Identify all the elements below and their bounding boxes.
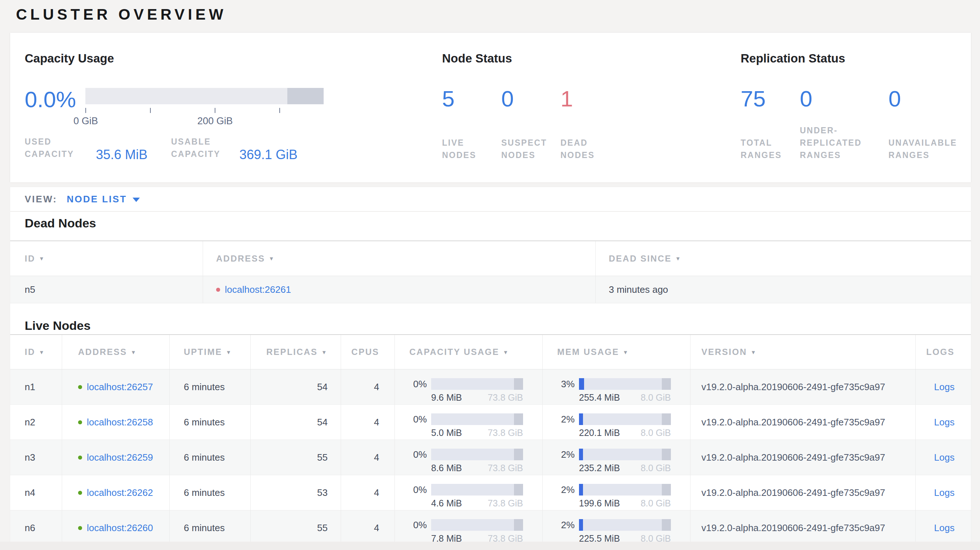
capacity-usage-values: 7.8 MiB73.8 GiB [431, 533, 523, 542]
mem-usage-values: 199.6 MiB8.0 GiB [579, 498, 671, 509]
capacity-usage-total-value: 73.8 GiB [488, 533, 523, 542]
version-cell: v19.2.0-alpha.20190606-2491-gfe735c9a97 [690, 405, 915, 440]
capacity-usage-total-value: 73.8 GiB [488, 498, 523, 509]
view-dropdown[interactable]: NODE LIST [67, 194, 140, 205]
node-id-cell: n3 [10, 440, 62, 475]
stat-label: UNDER-REPLICATED RANGES [800, 124, 888, 161]
replicas-cell-text: 54 [317, 416, 328, 428]
logs-link[interactable]: Logs [934, 416, 955, 428]
uptime-cell-text: 6 minutes [184, 416, 225, 428]
mem-usage-bar-fill [579, 484, 583, 496]
stat-value: 5 [442, 86, 501, 111]
node-id-cell-text: n5 [25, 284, 35, 295]
stat-value: 0 [888, 86, 976, 111]
version-cell-text: v19.2.0-alpha.20190606-2491-gfe735c9a97 [702, 487, 885, 498]
capacity-usage-total-value: 73.8 GiB [488, 392, 523, 403]
table-row: n4localhost:262626 minutes5340%4.6 MiB73… [10, 475, 971, 510]
mem-usage-bar-cap [662, 378, 671, 390]
cpus-cell-text: 4 [374, 416, 379, 428]
column-header-cpus[interactable]: CPUS [341, 335, 395, 369]
node-address-link[interactable]: localhost:26258 [87, 416, 153, 428]
column-header-logs[interactable]: LOGS [915, 335, 971, 369]
version-cell-text: v19.2.0-alpha.20190606-2491-gfe735c9a97 [702, 416, 885, 428]
node-id-cell: n1 [10, 369, 62, 404]
mem-usage-bar-row: 2% [542, 484, 671, 496]
summary-stat: 0UNDER-REPLICATED RANGES [800, 86, 888, 161]
uptime-cell: 6 minutes [169, 475, 250, 510]
mem-usage-used-value: 220.1 MiB [579, 428, 620, 438]
sort-desc-icon: ▼ [269, 255, 275, 262]
capacity-usage-used-value: 9.6 MiB [431, 392, 462, 403]
node-address-link[interactable]: localhost:26261 [225, 284, 291, 295]
dead-since-cell: 3 minutes ago [595, 276, 971, 303]
mem-usage-bar-cap [662, 413, 671, 425]
column-header-version[interactable]: VERSION▼ [690, 335, 915, 369]
node-id-cell: n2 [10, 405, 62, 440]
column-header-uptime[interactable]: UPTIME▼ [169, 335, 250, 369]
column-header-address[interactable]: ADDRESS▼ [62, 335, 169, 369]
node-live-icon [78, 491, 82, 495]
version-cell-text: v19.2.0-alpha.20190606-2491-gfe735c9a97 [702, 382, 885, 393]
column-header-dead-since[interactable]: DEAD SINCE▼ [595, 241, 971, 276]
logs-cell: Logs [915, 475, 971, 510]
capacity-usage-bar-row: 0% [395, 449, 523, 460]
capacity-usage-bar [431, 484, 523, 496]
replication-status-stats: 75TOTAL RANGES0UNDER-REPLICATED RANGES0U… [741, 86, 976, 161]
column-header-capacity-usage[interactable]: CAPACITY USAGE▼ [395, 335, 542, 369]
node-address-link[interactable]: localhost:26257 [87, 382, 153, 393]
node-id-cell: n5 [10, 276, 203, 303]
version-cell: v19.2.0-alpha.20190606-2491-gfe735c9a97 [690, 440, 915, 475]
capacity-used-percent: 0.0% [25, 86, 76, 112]
column-header-address[interactable]: ADDRESS▼ [203, 241, 595, 276]
stat-label: SUSPECT NODES [501, 137, 560, 161]
logs-cell: Logs [915, 369, 971, 404]
column-header-mem-usage[interactable]: MEM USAGE▼ [542, 335, 690, 369]
view-dropdown-value[interactable]: NODE LIST [67, 194, 127, 205]
node-address-link[interactable]: localhost:26260 [87, 522, 153, 534]
mem-usage-bar [579, 378, 671, 390]
logs-link[interactable]: Logs [934, 487, 955, 498]
cpus-cell: 4 [341, 405, 395, 440]
mem-usage-bar-row: 2% [542, 449, 671, 460]
capacity-usage-bar [431, 449, 523, 460]
mem-usage-total-value: 8.0 GiB [641, 498, 671, 509]
column-header-id[interactable]: ID▼ [10, 335, 62, 369]
node-live-icon [78, 420, 82, 424]
address-cell: localhost:26258 [62, 405, 169, 440]
column-header-label: ID [25, 254, 35, 264]
capacity-usage-used-value: 7.8 MiB [431, 533, 462, 542]
mem-usage-values: 235.2 MiB8.0 GiB [579, 463, 671, 473]
capacity-usage-bar-row: 0% [395, 413, 523, 425]
logs-link[interactable]: Logs [934, 382, 955, 393]
cpus-cell-text: 4 [374, 522, 379, 534]
capacity-usage-percent: 0% [395, 520, 427, 531]
cluster-summary-card: Capacity Usage Node Status Replication S… [10, 33, 971, 182]
page-bottom-strip [0, 542, 980, 550]
mem-usage-bar-fill [579, 449, 583, 460]
mem-usage-values: 255.4 MiB8.0 GiB [579, 392, 671, 403]
node-id-cell-text: n6 [25, 522, 35, 534]
table-row: n5localhost:262613 minutes ago [10, 276, 971, 303]
mem-usage-percent: 3% [542, 378, 574, 390]
replicas-cell-text: 55 [317, 452, 328, 463]
address-cell: localhost:26262 [62, 475, 169, 510]
address-cell: localhost:26260 [62, 510, 169, 542]
mem-usage-used-value: 255.4 MiB [579, 392, 620, 403]
node-address-link[interactable]: localhost:26262 [87, 487, 153, 498]
column-header-label: VERSION [702, 347, 747, 357]
mem-usage-bar [579, 413, 671, 425]
logs-link[interactable]: Logs [934, 522, 955, 534]
mem-usage-bar-fill [579, 413, 583, 425]
uptime-cell: 6 minutes [169, 510, 250, 542]
capacity-usage-bar [431, 519, 523, 531]
node-address-link[interactable]: localhost:26259 [87, 452, 153, 463]
mem-usage-used-value: 235.2 MiB [579, 463, 620, 473]
version-cell-text: v19.2.0-alpha.20190606-2491-gfe735c9a97 [702, 522, 885, 534]
column-header-id[interactable]: ID▼ [10, 241, 203, 276]
capacity-usage-values: 8.6 MiB73.8 GiB [431, 463, 523, 473]
logs-link[interactable]: Logs [934, 452, 955, 463]
capacity-usage-total-value: 73.8 GiB [488, 428, 523, 438]
axis-tick-label-200: 200 GiB [186, 116, 244, 127]
column-header-replicas[interactable]: REPLICAS▼ [250, 335, 341, 369]
mem-usage-bar-fill [579, 519, 583, 531]
